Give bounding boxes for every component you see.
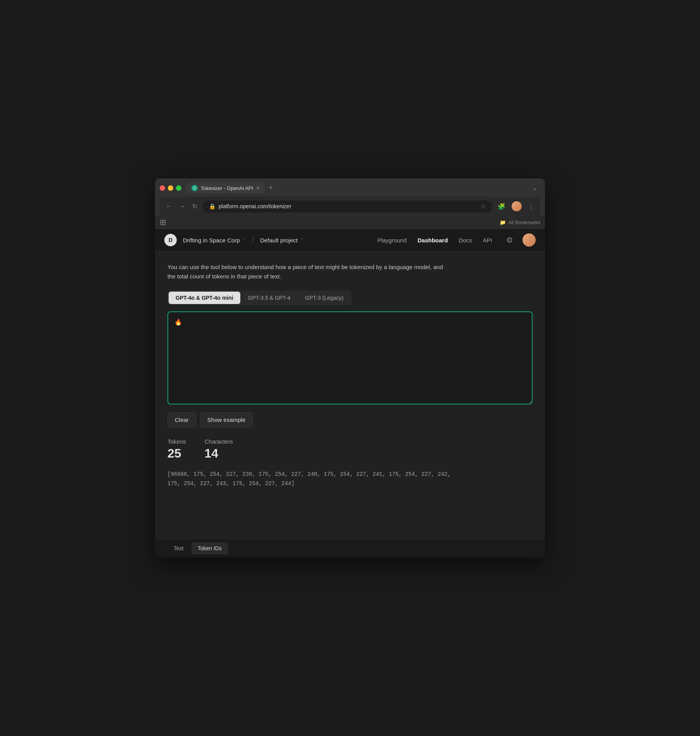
page-content: You can use the tool below to understand… <box>155 252 545 558</box>
close-traffic-light[interactable] <box>160 185 165 191</box>
nav-link-playground[interactable]: Playground <box>372 235 411 246</box>
extension-button[interactable]: 🧩 <box>496 201 507 212</box>
browser-avatar-button[interactable] <box>510 200 523 213</box>
tab-title: Tokenizer - OpenAI API <box>201 185 253 191</box>
model-tabs: GPT-4o & GPT-4o mini GPT-3.5 & GPT-4 GPT… <box>167 290 352 305</box>
bookmarks-label: 📁 All Bookmarks <box>500 219 540 225</box>
user-avatar[interactable] <box>522 233 536 247</box>
bottom-tab-text[interactable]: Text <box>167 542 190 555</box>
traffic-lights <box>160 185 181 191</box>
forward-button[interactable]: → <box>178 201 187 211</box>
project-name[interactable]: Default project ⌃ <box>260 237 304 244</box>
browser-window: O Tokenizer - OpenAI API × + ⌄ ← → ↻ 🔒 p… <box>155 178 545 558</box>
bookmarks-bar: ⊞ 📁 All Bookmarks <box>155 216 545 229</box>
nav-link-api[interactable]: API <box>478 235 497 246</box>
browser-actions: 🧩 ⋮ <box>496 200 536 213</box>
stats-row: Tokens 25 Characters 14 <box>167 438 533 461</box>
browser-chrome: O Tokenizer - OpenAI API × + ⌄ ← → ↻ 🔒 p… <box>155 178 545 216</box>
settings-icon[interactable]: ⚙ <box>503 234 516 246</box>
active-tab[interactable]: O Tokenizer - OpenAI API × <box>186 183 265 194</box>
tab-close-icon[interactable]: × <box>256 185 259 191</box>
address-field[interactable]: 🔒 platform.openai.com/tokenizer ☆ <box>203 200 492 213</box>
project-chevron-icon: ⌃ <box>300 237 304 243</box>
nav-link-dashboard[interactable]: Dashboard <box>413 235 452 246</box>
bookmarks-folder-icon: 📁 <box>500 219 506 225</box>
model-tab-gpt4o[interactable]: GPT-4o & GPT-4o mini <box>169 292 240 304</box>
model-tab-gpt3[interactable]: GPT-3 (Legacy) <box>298 292 350 304</box>
address-bar-row: ← → ↻ 🔒 platform.openai.com/tokenizer ☆ … <box>160 197 540 216</box>
characters-label: Characters <box>205 438 233 445</box>
action-buttons: Clear Show example <box>167 412 533 427</box>
tokens-stat: Tokens 25 <box>167 438 186 461</box>
star-icon[interactable]: ☆ <box>481 203 486 210</box>
maximize-traffic-light[interactable] <box>176 185 181 191</box>
browser-top-bar: O Tokenizer - OpenAI API × + ⌄ <box>160 182 540 194</box>
tab-favicon: O <box>191 185 198 191</box>
show-example-button[interactable]: Show example <box>200 412 253 427</box>
nav-link-docs[interactable]: Docs <box>454 235 477 246</box>
characters-stat: Characters 14 <box>205 438 233 461</box>
app-nav: D Drifting in Space Corp ⌃ / Default pro… <box>155 229 545 252</box>
back-button[interactable]: ← <box>164 201 174 211</box>
tokens-value: 25 <box>167 446 186 461</box>
breadcrumb-separator: / <box>252 237 254 244</box>
overflow-icon[interactable]: ⌄ <box>529 183 540 193</box>
org-logo[interactable]: D <box>164 234 177 246</box>
tabs-bar: O Tokenizer - OpenAI API × + <box>186 182 529 194</box>
nav-links: Playground Dashboard Docs API <box>372 235 497 246</box>
org-chevron-icon: ⌃ <box>242 237 246 243</box>
browser-menu-button[interactable]: ⋮ <box>526 201 536 212</box>
org-name[interactable]: Drifting in Space Corp ⌃ <box>183 237 246 244</box>
refresh-button[interactable]: ↻ <box>191 201 199 212</box>
bottom-tab-token-ids[interactable]: Token IDs <box>191 542 228 555</box>
model-tab-gpt35[interactable]: GPT-3.5 & GPT-4 <box>241 292 298 304</box>
lock-icon: 🔒 <box>209 203 216 209</box>
bottom-tab-bar: Text Token IDs <box>155 539 545 558</box>
new-tab-button[interactable]: + <box>266 182 276 194</box>
tokenizer-page: You can use the tool below to understand… <box>155 252 545 539</box>
minimize-traffic-light[interactable] <box>168 185 173 191</box>
address-text: platform.openai.com/tokenizer <box>219 203 478 209</box>
characters-value: 14 <box>205 446 233 461</box>
tokens-label: Tokens <box>167 438 186 445</box>
tokenizer-textarea[interactable]: 🔥 <box>167 311 533 404</box>
token-ids-display: [96606, 175, 254, 227, 239, 175, 254, 22… <box>167 470 462 489</box>
description-text: You can use the tool below to understand… <box>167 263 447 281</box>
clear-button[interactable]: Clear <box>167 412 196 427</box>
grid-icon[interactable]: ⊞ <box>160 218 166 226</box>
